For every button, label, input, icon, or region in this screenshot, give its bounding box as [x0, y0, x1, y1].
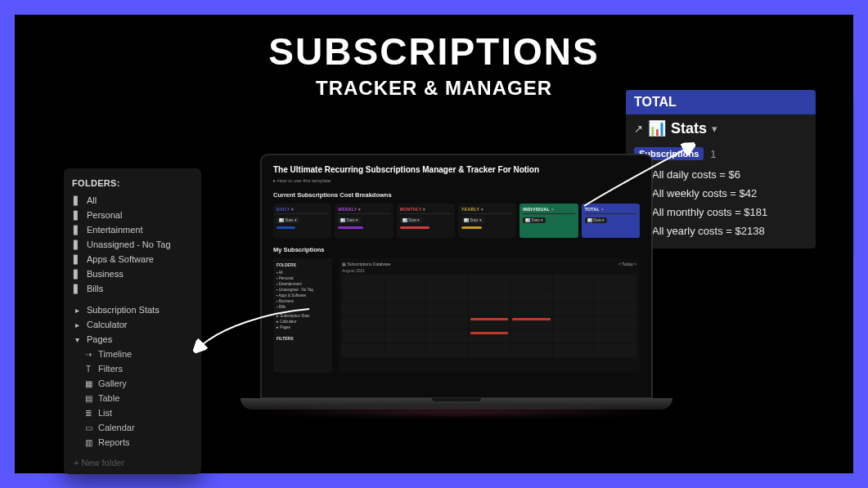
calendar-cell[interactable] — [510, 316, 552, 329]
calendar-cell[interactable] — [595, 316, 636, 329]
calendar-cell[interactable] — [385, 289, 426, 302]
folder-item[interactable]: ▋Unassigned - No Tag — [72, 237, 193, 252]
mini-folder-item[interactable]: ▪ Business — [277, 298, 329, 304]
mini-folder-item[interactable]: ▪ Personal — [277, 275, 329, 281]
calendar-cell[interactable] — [595, 289, 636, 302]
calendar-cell[interactable] — [385, 275, 426, 288]
calendar-cell[interactable] — [426, 289, 468, 302]
collapsible-label: Subscription Stats — [87, 305, 160, 315]
page-item[interactable]: ▤Table — [72, 391, 193, 405]
calendar-cell[interactable] — [385, 330, 426, 343]
calendar-cell[interactable] — [595, 330, 636, 343]
folder-item[interactable]: ▋Entertainment — [72, 222, 193, 237]
calendar-cell[interactable] — [342, 289, 384, 302]
breakdown-card[interactable]: TOTAL ▾ 📊 Stats ▾ — [582, 204, 640, 238]
reports-icon: ▥ — [83, 437, 93, 447]
folder-label: Apps & Software — [87, 254, 154, 264]
breakdown-header: YEARLY ▾ — [461, 207, 513, 214]
calendar-cell[interactable] — [510, 302, 552, 316]
calendar-view[interactable]: ▦ Subscriptions Database < Today > Augus… — [339, 258, 640, 373]
calendar-cell[interactable] — [469, 302, 510, 316]
mini-collapsible-item[interactable]: ▸ Pages — [277, 325, 329, 330]
breakdown-card[interactable]: YEARLY ▾ 📊 Stats ▾ — [458, 204, 516, 238]
calendar-cell[interactable] — [510, 275, 552, 288]
calendar-cell[interactable] — [595, 302, 636, 316]
calendar-cell[interactable] — [469, 330, 510, 343]
collapsible-item[interactable]: ▸Subscription Stats — [72, 302, 193, 317]
calendar-cell[interactable] — [510, 344, 552, 357]
stats-label[interactable]: Stats — [671, 120, 707, 137]
breakdown-card[interactable]: INDIVIDUAL ▾ 📊 Stats ▾ — [519, 204, 578, 238]
calendar-cell[interactable] — [469, 289, 510, 302]
mini-folder-item[interactable]: ▪ All — [277, 270, 329, 275]
page-item[interactable]: ≣List — [72, 405, 193, 420]
mini-sidebar: FOLDERS▪ All▪ Personal▪ Entertainment▪ U… — [273, 258, 332, 373]
page-item[interactable]: ⇢Timeline — [72, 347, 193, 361]
new-folder-button[interactable]: + New folder — [72, 450, 193, 468]
calendar-cell[interactable] — [426, 344, 468, 357]
calendar-cell[interactable] — [426, 302, 468, 316]
breakdown-header: DAILY ▾ — [277, 207, 328, 214]
breakdown-header: INDIVIDUAL ▾ — [523, 207, 574, 214]
calendar-cell[interactable] — [426, 275, 468, 288]
laptop-mock: The Ultimate Recurring Subscriptions Man… — [260, 154, 653, 410]
mini-collapsible-item[interactable]: ▸ Calculator — [277, 319, 329, 325]
mini-folder-item[interactable]: ▪ Entertainment — [277, 281, 329, 287]
calendar-cell[interactable] — [426, 330, 468, 343]
table-icon: ▤ — [83, 393, 93, 403]
breakdown-bar — [523, 226, 574, 229]
calendar-cell[interactable] — [469, 344, 510, 357]
mini-folder-item[interactable]: ▪ Unassigned - No Tag — [277, 287, 329, 293]
pages-group-label: Pages — [87, 334, 112, 344]
calendar-cell[interactable] — [426, 316, 468, 329]
calendar-cell[interactable] — [553, 289, 595, 302]
view-switch-icon[interactable]: ▾ — [712, 123, 717, 135]
breakdown-card[interactable]: MONTHLY ▾ 📊 Stats ▾ — [397, 204, 455, 238]
mini-folder-item[interactable]: ▪ Apps & Software — [277, 293, 329, 298]
calendar-month: August 2021 — [342, 268, 636, 273]
folder-icon: ▋ — [72, 284, 82, 293]
page-item[interactable]: ▭Calendar — [72, 420, 193, 435]
pages-group[interactable]: ▾ Pages — [72, 332, 193, 347]
calendar-cell[interactable] — [553, 316, 595, 329]
calendar-cell[interactable] — [553, 344, 595, 357]
page-item[interactable]: ▥Reports — [72, 435, 193, 450]
calendar-cell[interactable] — [510, 330, 552, 343]
calendar-cell[interactable] — [553, 302, 595, 316]
calendar-cell[interactable] — [469, 316, 510, 329]
calendar-cell[interactable] — [469, 275, 510, 288]
template-hint[interactable]: ▸ How to use this template — [273, 177, 640, 183]
page-item[interactable]: TFilters — [72, 361, 193, 376]
calendar-cell[interactable] — [510, 289, 552, 302]
calendar-cell[interactable] — [342, 344, 384, 357]
collapsible-item[interactable]: ▸Calculator — [72, 317, 193, 332]
folder-item[interactable]: ▋All — [72, 193, 193, 208]
folder-list: ▋All▋Personal▋Entertainment▋Unassigned -… — [72, 193, 193, 296]
folder-item[interactable]: ▋Business — [72, 266, 193, 281]
mini-folder-item[interactable]: ▪ Bills — [277, 304, 329, 310]
calendar-cell[interactable] — [385, 316, 426, 329]
calendar-cell[interactable] — [385, 344, 426, 357]
calendar-cell[interactable] — [595, 275, 636, 288]
stats-total-bar: TOTAL — [626, 90, 816, 114]
folder-item[interactable]: ▋Bills — [72, 281, 193, 296]
breakdown-card[interactable]: WEEKLY ▾ 📊 Stats ▾ — [335, 204, 393, 238]
calendar-cell[interactable] — [342, 330, 384, 343]
calendar-cell[interactable] — [342, 275, 384, 288]
calendar-cell[interactable] — [595, 344, 636, 357]
page-item[interactable]: ▦Gallery — [72, 376, 193, 391]
mini-collapsible-item[interactable]: ▸ Subscription Stats — [277, 313, 329, 319]
folder-item[interactable]: ▋Apps & Software — [72, 252, 193, 266]
breakdown-card[interactable]: DAILY ▾ 📊 Stats ▾ — [273, 204, 331, 238]
breakdown-stats-chip: 📊 Stats ▾ — [523, 217, 546, 223]
calendar-cell[interactable] — [553, 275, 595, 288]
calendar-cell[interactable] — [342, 302, 384, 316]
expand-icon[interactable]: ↗ — [634, 123, 643, 135]
folder-icon: ▋ — [72, 240, 82, 249]
folder-item[interactable]: ▋Personal — [72, 208, 193, 222]
calendar-nav[interactable]: < Today > — [618, 262, 636, 266]
sidebar-panel: FOLDERS: ▋All▋Personal▋Entertainment▋Una… — [64, 168, 201, 474]
calendar-cell[interactable] — [342, 316, 384, 329]
calendar-cell[interactable] — [385, 302, 426, 316]
calendar-cell[interactable] — [553, 330, 595, 343]
